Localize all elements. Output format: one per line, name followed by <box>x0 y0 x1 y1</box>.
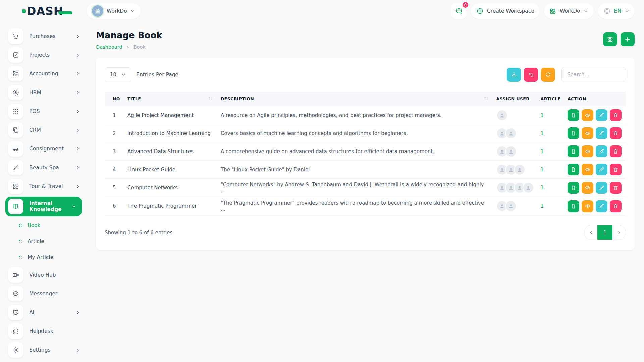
article-count-link[interactable]: 1 <box>541 148 544 155</box>
sidebar-item-article[interactable]: Article <box>8 233 80 249</box>
sidebar-item-my-article[interactable]: My Article <box>8 249 80 265</box>
article-count-link[interactable]: 1 <box>541 167 544 173</box>
eye-icon <box>585 203 591 209</box>
pagination-current-page[interactable]: 1 <box>597 225 612 240</box>
search-input[interactable] <box>561 67 626 82</box>
cell-action <box>564 197 626 216</box>
article-button[interactable] <box>568 182 579 194</box>
article-button[interactable] <box>568 127 579 139</box>
main-content: Manage Book Dashboard Book <box>87 22 644 250</box>
article-button[interactable] <box>568 200 579 212</box>
sidebar-item-hrm[interactable]: HRM <box>8 83 80 102</box>
article-count-link[interactable]: 1 <box>541 185 544 191</box>
file-icon <box>571 185 576 191</box>
table-header-row: NOTITLE↑↓DESCRIPTION↑↓ASSIGN USERARTICLE… <box>105 92 626 106</box>
delete-button[interactable] <box>610 182 622 194</box>
chevron-right-icon <box>75 310 80 315</box>
entries-per-page-select[interactable]: 10 <box>105 67 131 82</box>
sidebar-item-label: Article <box>28 238 80 244</box>
user-avatar[interactable] <box>523 182 534 193</box>
chat-bubble-icon <box>455 7 463 15</box>
sidebar-item-label: Accounting <box>29 71 70 77</box>
sidebar-item-messenger[interactable]: Messenger <box>8 284 80 303</box>
user-avatar[interactable] <box>496 110 508 121</box>
sort-icon[interactable]: ↑↓ <box>483 96 488 101</box>
article-button[interactable] <box>568 109 579 121</box>
delete-button[interactable] <box>610 200 622 212</box>
view-button[interactable] <box>582 182 593 194</box>
messages-button[interactable]: 0 <box>451 3 467 19</box>
grid-view-button[interactable] <box>603 32 617 46</box>
column-header-title[interactable]: TITLE↑↓ <box>124 92 217 106</box>
article-count-link[interactable]: 1 <box>541 203 544 209</box>
edit-button[interactable] <box>596 164 607 175</box>
grid-plus-icon <box>8 66 23 81</box>
user-avatar[interactable] <box>505 146 517 157</box>
sidebar-item-video-hub[interactable]: Video Hub <box>8 265 80 284</box>
edit-button[interactable] <box>596 200 607 212</box>
sidebar-item-ai[interactable]: AI <box>8 303 80 322</box>
column-header-action: ACTION <box>564 92 626 106</box>
app-menu-button[interactable]: WorkDo <box>544 3 594 19</box>
delete-button[interactable] <box>610 145 622 157</box>
edit-button[interactable] <box>596 127 607 139</box>
user-avatar[interactable] <box>505 128 517 139</box>
article-count-link[interactable]: 1 <box>541 130 544 136</box>
pagination-next-button[interactable] <box>612 225 626 240</box>
edit-button[interactable] <box>596 145 607 157</box>
sidebar-item-tour-travel[interactable]: Tour & Travel <box>8 177 80 196</box>
workspace-selector[interactable]: WorkDo <box>87 3 141 19</box>
breadcrumb-dashboard-link[interactable]: Dashboard <box>96 44 122 50</box>
cell-no: 4 <box>105 161 124 179</box>
workspace-name: WorkDo <box>107 8 127 14</box>
cell-article: 1 <box>537 197 564 216</box>
app-logo[interactable]: DASH <box>22 6 87 17</box>
view-button[interactable] <box>582 200 593 212</box>
refresh-button[interactable] <box>541 68 555 82</box>
sidebar-item-purchases[interactable]: Purchases <box>8 27 80 46</box>
sidebar-item-crm[interactable]: CRM <box>8 121 80 139</box>
sidebar-item-accounting[interactable]: Accounting <box>8 64 80 83</box>
refresh-icon <box>545 71 551 78</box>
delete-button[interactable] <box>610 127 622 139</box>
sidebar-item-helpdesk[interactable]: Helpdesk <box>8 322 80 341</box>
table-row: 1Agile Project ManagementA resource on A… <box>105 106 626 124</box>
edit-button[interactable] <box>596 109 607 121</box>
sidebar-item-beauty-spa[interactable]: Beauty Spa <box>8 158 80 177</box>
chevron-down-icon <box>130 9 135 13</box>
article-count-link[interactable]: 1 <box>541 112 544 118</box>
article-button[interactable] <box>568 164 579 175</box>
sidebar-item-projects[interactable]: Projects <box>8 46 80 64</box>
book-table-card: 10 Entries Per Page NOTITLE↑↓DESCRIPTION… <box>96 58 635 250</box>
delete-button[interactable] <box>610 109 622 121</box>
view-button[interactable] <box>582 145 593 157</box>
edit-button[interactable] <box>596 182 607 194</box>
view-button[interactable] <box>582 127 593 139</box>
view-button[interactable] <box>582 164 593 175</box>
sidebar-item-label: Messenger <box>29 291 80 297</box>
user-avatar[interactable] <box>514 164 525 175</box>
article-button[interactable] <box>568 145 579 157</box>
delete-button[interactable] <box>610 164 622 175</box>
create-workspace-button[interactable]: Create Workspace <box>471 3 540 19</box>
sidebar-item-label: Purchases <box>29 33 70 39</box>
language-selector[interactable]: EN <box>598 3 635 19</box>
export-button[interactable] <box>507 68 521 82</box>
pagination-prev-button[interactable] <box>584 225 597 240</box>
user-avatar[interactable] <box>505 200 517 212</box>
sort-icon[interactable]: ↑↓ <box>208 96 213 101</box>
sidebar-item-consignment[interactable]: Consignment <box>8 139 80 158</box>
sidebar-item-internal-knowledge[interactable]: Internal Knowledge <box>5 197 82 216</box>
cell-title: The Pragmatic Programmer <box>124 197 217 216</box>
cell-no: 1 <box>105 106 124 124</box>
cell-description: "The Pragmatic Programmer" provides read… <box>217 197 493 216</box>
sidebar-item-book[interactable]: Book <box>8 217 80 233</box>
sidebar-item-pos[interactable]: POS <box>8 102 80 121</box>
add-book-button[interactable] <box>621 32 635 46</box>
sidebar-item-settings[interactable]: Settings <box>8 341 80 359</box>
view-button[interactable] <box>582 109 593 121</box>
column-header-description[interactable]: DESCRIPTION↑↓ <box>217 92 493 106</box>
ai-icon <box>8 305 23 320</box>
sidebar-nav: PurchasesProjectsAccountingHRMPOSCRMCons… <box>0 22 87 362</box>
undo-button[interactable] <box>524 68 538 82</box>
